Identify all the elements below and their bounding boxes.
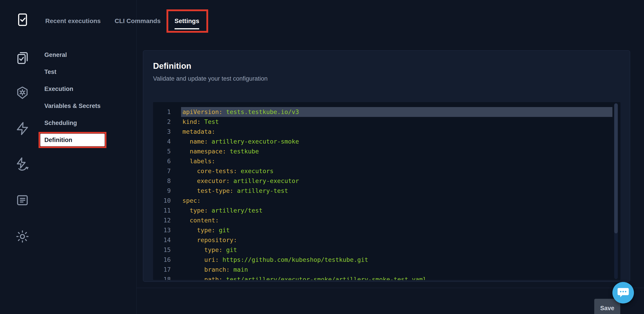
code-line-14: 14 repository: — [153, 235, 620, 245]
tests-icon[interactable] — [15, 51, 30, 65]
app-logo-icon[interactable] — [16, 12, 30, 27]
code-line-11: 11 type: artillery/test — [153, 206, 620, 216]
code-line-2: 2kind: Test — [153, 117, 620, 127]
code-content: spec: — [181, 196, 612, 206]
settings-nav: GeneralTestExecutionVariables & SecretsS… — [44, 51, 100, 144]
code-line-15: 15 type: git — [153, 245, 620, 255]
sidebar-item-definition[interactable]: Definition — [40, 134, 105, 146]
line-number: 7 — [153, 166, 171, 176]
webhooks-icon[interactable] — [15, 157, 30, 171]
executors-icon[interactable] — [15, 85, 30, 100]
line-number: 2 — [153, 117, 171, 127]
line-number: 13 — [153, 225, 171, 235]
code-line-7: 7 core-tests: executors — [153, 166, 620, 176]
line-number: 10 — [153, 196, 171, 206]
code-line-16: 16 uri: https://github.com/kubeshop/test… — [153, 255, 620, 265]
chat-widget-button[interactable] — [612, 282, 634, 304]
sources-icon[interactable] — [15, 193, 30, 207]
yaml-editor[interactable]: 1apiVersion: tests.testkube.io/v32kind: … — [153, 102, 620, 280]
sidebar-divider — [136, 0, 137, 314]
sidebar-item-variables-secrets[interactable]: Variables & Secrets — [44, 102, 100, 109]
code-line-1: 1apiVersion: tests.testkube.io/v3 — [153, 107, 620, 117]
code-content: content: — [181, 216, 612, 225]
tab-settings[interactable]: Settings — [174, 17, 199, 29]
line-number: 3 — [153, 127, 171, 137]
code-content: type: artillery/test — [181, 206, 612, 216]
sidebar-item-general[interactable]: General — [44, 51, 100, 58]
line-number: 9 — [153, 186, 171, 196]
line-number: 15 — [153, 245, 171, 255]
code-content: kind: Test — [181, 117, 612, 127]
settings-icon[interactable] — [15, 229, 30, 244]
sidebar-item-scheduling[interactable]: Scheduling — [44, 119, 100, 127]
code-content: labels: — [181, 156, 612, 166]
code-content: namespace: testkube — [181, 146, 612, 156]
code-line-8: 8 executor: artillery-executor — [153, 176, 620, 186]
line-number: 17 — [153, 265, 171, 275]
code-content: path: test/artillery/executor-smoke/arti… — [181, 275, 612, 280]
code-content: core-tests: executors — [181, 166, 612, 176]
code-content: name: artillery-executor-smoke — [181, 137, 612, 146]
line-number: 14 — [153, 235, 171, 245]
panel-title: Definition — [153, 61, 191, 71]
editor-scrollbar-thumb[interactable] — [614, 103, 618, 233]
top-tabs: Recent executionsCLI CommandsSettings — [45, 17, 199, 29]
code-lines: 1apiVersion: tests.testkube.io/v32kind: … — [153, 102, 620, 280]
line-number: 18 — [153, 275, 171, 280]
line-number: 8 — [153, 176, 171, 186]
line-number: 1 — [153, 107, 171, 117]
panel-subtitle: Validate and update your test configurat… — [153, 75, 268, 82]
code-line-12: 12 content: — [153, 216, 620, 225]
sidebar-item-test[interactable]: Test — [44, 68, 100, 75]
code-line-4: 4 name: artillery-executor-smoke — [153, 137, 620, 146]
code-line-13: 13 type: git — [153, 225, 620, 235]
code-content: branch: main — [181, 265, 612, 275]
line-number: 11 — [153, 206, 171, 216]
chat-bubble-icon — [617, 287, 629, 298]
code-content: type: git — [181, 225, 612, 235]
tab-recent-executions[interactable]: Recent executions — [45, 17, 100, 28]
code-line-17: 17 branch: main — [153, 265, 620, 275]
line-number: 16 — [153, 255, 171, 265]
code-content: test-type: artillery-test — [181, 186, 612, 196]
triggers-icon[interactable] — [15, 121, 30, 136]
line-number: 4 — [153, 137, 171, 146]
code-line-18: 18 path: test/artillery/executor-smoke/a… — [153, 275, 620, 280]
code-line-9: 9 test-type: artillery-test — [153, 186, 620, 196]
code-line-3: 3metadata: — [153, 127, 620, 137]
code-content: apiVersion: tests.testkube.io/v3 — [181, 107, 612, 117]
footer-divider — [136, 288, 644, 288]
sidebar-item-execution[interactable]: Execution — [44, 85, 100, 92]
code-content: type: git — [181, 245, 612, 255]
code-content: uri: https://github.com/kubeshop/testkub… — [181, 255, 612, 265]
line-number: 6 — [153, 156, 171, 166]
code-line-6: 6 labels: — [153, 156, 620, 166]
line-number: 5 — [153, 146, 171, 156]
code-content: metadata: — [181, 127, 612, 137]
code-line-5: 5 namespace: testkube — [153, 146, 620, 156]
line-number: 12 — [153, 216, 171, 225]
editor-scrollbar[interactable] — [614, 103, 618, 279]
code-content: repository: — [181, 235, 612, 245]
code-line-10: 10spec: — [153, 196, 620, 206]
definition-panel: Definition Validate and update your test… — [143, 50, 630, 282]
tab-cli-commands[interactable]: CLI Commands — [114, 17, 160, 28]
code-content: executor: artillery-executor — [181, 176, 612, 186]
